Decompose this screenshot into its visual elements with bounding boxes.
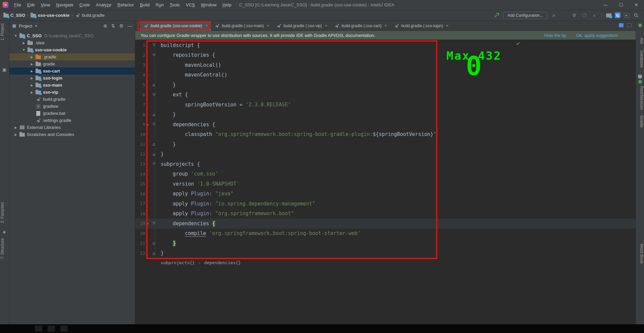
- tree-expand-icon[interactable]: ▶: [12, 133, 19, 136]
- editor-layout-icon[interactable]: [619, 23, 624, 27]
- breadcrumb-item-sso-use-cookie[interactable]: sso-use-cookie: [31, 13, 69, 18]
- tree-item-sso-vip[interactable]: ▶sso-vip: [9, 89, 135, 96]
- code-line-14[interactable]: 14 group 'com.sso': [135, 169, 636, 179]
- run-line-icon[interactable]: ▶: [145, 222, 151, 225]
- editor-tab[interactable]: build.gradle (:sso-main)✕: [211, 21, 273, 31]
- tree-expand-icon[interactable]: ▶: [28, 77, 36, 80]
- code-line-18[interactable]: 18 apply Plugin: "org.springframework.bo…: [135, 209, 636, 219]
- fold-end-icon[interactable]: ⌂: [151, 112, 157, 117]
- translate-icon[interactable]: G: [615, 12, 621, 18]
- close-button[interactable]: ✕: [629, 0, 644, 10]
- tool-button-project[interactable]: 1: Project: [0, 23, 9, 41]
- menu-build[interactable]: Build: [137, 0, 153, 10]
- tab-close-icon[interactable]: ✕: [384, 24, 387, 28]
- breadcrumb-item-build.gradle[interactable]: build.gradle: [75, 13, 104, 18]
- code-line-2[interactable]: 2⌂ repositories {: [135, 50, 636, 60]
- menu-vcs[interactable]: VCS: [183, 0, 198, 10]
- tree-expand-icon[interactable]: ▶: [28, 84, 36, 87]
- menu-help[interactable]: Help: [219, 0, 234, 10]
- taskbar-app-icon[interactable]: [60, 326, 68, 332]
- tool-button-structure[interactable]: 7: Structure: [0, 238, 9, 259]
- editor-tab[interactable]: build.gradle (sso-use-cookie)✕: [140, 21, 211, 31]
- fold-end-icon[interactable]: ⌂: [151, 142, 157, 147]
- tree-item--gradle[interactable]: ▶.gradle: [9, 53, 135, 60]
- code-line-11[interactable]: 11⌂ }: [135, 139, 636, 149]
- menu-refactor[interactable]: Refactor: [114, 0, 137, 10]
- tree-expand-icon[interactable]: ▼: [12, 34, 19, 38]
- tree-item-gradle[interactable]: ▶gradle: [9, 60, 135, 67]
- code-line-17[interactable]: 17 apply Plugin: "io.spring.dependency-m…: [135, 199, 636, 209]
- fold-open-icon[interactable]: ⌂: [151, 53, 157, 58]
- code-line-8[interactable]: 8⌂ }: [135, 110, 636, 120]
- tree-item--idea[interactable]: ▶.idea: [9, 39, 135, 46]
- tool-button-favorites[interactable]: 2: Favorites: [0, 202, 9, 223]
- fold-open-icon[interactable]: ⌂: [151, 43, 157, 48]
- tree-item-sso-cart[interactable]: ▶sso-cart: [9, 67, 135, 75]
- editor-list-icon[interactable]: [627, 23, 632, 27]
- menu-edit[interactable]: Edit: [24, 0, 38, 10]
- menu-file[interactable]: File: [11, 0, 24, 10]
- fold-open-icon[interactable]: ⌂: [151, 122, 157, 127]
- code-line-19[interactable]: 19▶⌂ dependencies {: [135, 219, 636, 229]
- code-line-12[interactable]: 12⌂}: [135, 149, 636, 159]
- breadcrumb-dependencies[interactable]: dependencies{}: [204, 260, 241, 265]
- add-configuration-button[interactable]: Add Configuration...: [503, 12, 547, 19]
- menu-analyze[interactable]: Analyze: [93, 0, 114, 10]
- code-line-21[interactable]: 21⌂ }: [135, 238, 636, 248]
- quickfix-icon[interactable]: [493, 12, 500, 19]
- tab-close-icon[interactable]: ✕: [446, 24, 448, 28]
- run-anything-icon[interactable]: [624, 13, 629, 18]
- tree-expand-icon[interactable]: ▶: [28, 55, 36, 59]
- code-line-20[interactable]: 20 compile 'org.springframework.boot:spr…: [135, 229, 636, 239]
- run-line-icon[interactable]: ▶: [145, 123, 151, 126]
- fold-open-icon[interactable]: ⌂: [151, 221, 157, 226]
- tree-item-sso-login[interactable]: ▶sso-login: [9, 75, 135, 82]
- menu-run[interactable]: Run: [153, 0, 167, 10]
- tool-button-gradle[interactable]: Gradle: [636, 115, 644, 128]
- tree-expand-icon[interactable]: ▶: [28, 91, 36, 94]
- tool-button-word-book[interactable]: Word Book: [636, 244, 644, 264]
- menu-tools[interactable]: Tools: [167, 0, 183, 10]
- locate-file-icon[interactable]: ⊕: [103, 23, 107, 29]
- editor-tab[interactable]: build.gradle (:sso-vip)✕: [273, 21, 331, 31]
- tree-item-build-gradle[interactable]: build.gradle: [9, 96, 135, 103]
- hide-the-tip-link[interactable]: Hide the tip: [544, 33, 566, 38]
- settings-gear-icon[interactable]: ⚙: [119, 23, 123, 29]
- tree-item-c-sso[interactable]: ▼C_SSOG:\Learning Java\C_SSO: [9, 32, 135, 39]
- run-icon[interactable]: [551, 12, 557, 19]
- code-line-15[interactable]: 15 version '1.0-SNAPSHOT': [135, 179, 636, 189]
- tree-item-gradlew[interactable]: >gradlew: [9, 103, 135, 110]
- menu-view[interactable]: View: [38, 0, 53, 10]
- fold-end-icon[interactable]: ⌂: [151, 82, 157, 87]
- menu-code[interactable]: Code: [76, 0, 93, 10]
- breadcrumb-item-c_sso[interactable]: C_SSO: [3, 13, 25, 18]
- tree-item-external-libraries[interactable]: ▶External Libraries: [9, 124, 135, 131]
- debug-icon[interactable]: [561, 12, 568, 19]
- code-line-3[interactable]: 3 mavenLocal(): [135, 60, 636, 70]
- taskbar-app-icon[interactable]: [48, 326, 55, 332]
- chevron-down-icon[interactable]: ▼: [34, 24, 38, 28]
- tree-item-settings-gradle[interactable]: settings.gradle: [9, 117, 135, 124]
- tree-item-gradlew-bat[interactable]: gradlew.bat: [9, 110, 135, 117]
- tree-expand-icon[interactable]: ▶: [28, 69, 36, 73]
- maximize-button[interactable]: ☐: [613, 0, 629, 10]
- profile-icon[interactable]: [581, 12, 588, 19]
- project-structure-icon[interactable]: [606, 13, 611, 17]
- menu-window[interactable]: Window: [198, 0, 219, 10]
- fold-end-icon[interactable]: ⌂: [151, 241, 157, 246]
- tree-expand-icon[interactable]: ▶: [20, 41, 28, 45]
- tree-expand-icon[interactable]: ▼: [20, 48, 28, 52]
- editor-tab[interactable]: build.gradle (:sso-login)✕: [390, 21, 452, 31]
- code-line-5[interactable]: 5⌂ }: [135, 80, 636, 90]
- coverage-icon[interactable]: [571, 12, 578, 19]
- code-line-6[interactable]: 6⌂ ext {: [135, 90, 636, 100]
- inspections-ok-icon[interactable]: ✔: [516, 41, 520, 46]
- breadcrumb-subprojects[interactable]: subprojects{}: [161, 260, 195, 265]
- tab-close-icon[interactable]: ✕: [325, 24, 327, 28]
- tab-close-icon[interactable]: ✕: [205, 24, 208, 28]
- code-line-4[interactable]: 4 mavenCentral(): [135, 70, 636, 80]
- search-everywhere-icon[interactable]: [633, 12, 639, 19]
- apply-suggestion-link[interactable]: Ok, apply suggestion!: [576, 33, 618, 38]
- collapse-all-icon[interactable]: ⇅: [111, 23, 115, 29]
- hide-panel-icon[interactable]: —: [127, 23, 132, 29]
